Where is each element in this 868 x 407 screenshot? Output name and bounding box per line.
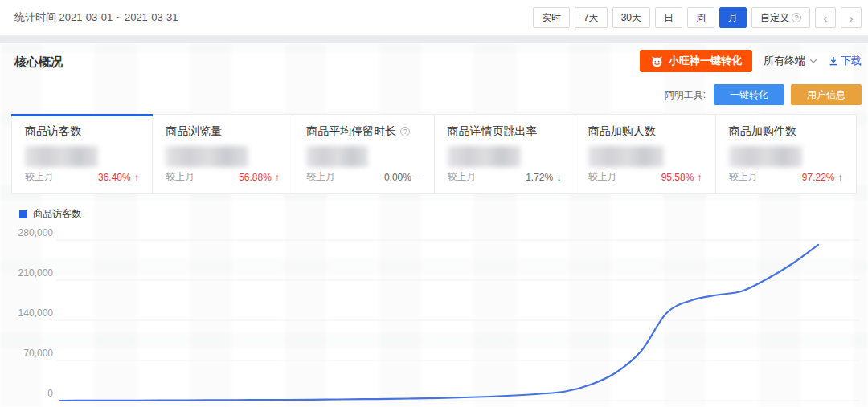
compare-row: 较上月36.40%↑ — [25, 170, 139, 184]
metric-value-redacted — [448, 146, 521, 167]
metric-value-redacted — [166, 146, 248, 167]
compare-label: 较上月 — [588, 170, 617, 184]
range-button-1[interactable]: 7天 — [575, 7, 608, 28]
metric-value-redacted — [25, 146, 98, 167]
metric-value-redacted — [588, 146, 664, 167]
download-link[interactable]: 下载 — [829, 54, 862, 68]
compare-row: 较上月56.88%↑ — [166, 170, 280, 184]
y-axis-tick: 70,000 — [0, 348, 53, 360]
metric-value-redacted — [306, 146, 368, 167]
range-button-6[interactable]: 自定义? — [751, 7, 810, 28]
metric-title: 商品详情页跳出率 — [448, 124, 562, 139]
range-button-2[interactable]: 30天 — [612, 7, 650, 28]
metric-title: 商品访客数 — [25, 124, 139, 139]
arrow-up-icon: ↑ — [838, 171, 844, 183]
metric-card-5[interactable]: 商品加购件数较上月97.22%↑ — [716, 115, 856, 193]
y-axis-tick: 0 — [0, 388, 53, 401]
metric-title: 商品加购件数 — [729, 124, 843, 139]
change-percent: 95.58%↑ — [661, 171, 702, 183]
mascot-icon — [650, 55, 664, 68]
change-percent: 56.88%↑ — [239, 171, 280, 183]
change-percent: 36.40%↑ — [98, 171, 139, 183]
compare-label: 较上月 — [306, 170, 335, 184]
y-axis-tick: 280,000 — [0, 227, 53, 240]
metric-title: 商品平均停留时长? — [306, 124, 420, 139]
arrow-up-icon: ↑ — [697, 171, 702, 183]
metric-card-1[interactable]: 商品浏览量较上月56.88%↑ — [153, 115, 293, 193]
compare-label: 较上月 — [25, 170, 54, 184]
chart-canvas — [0, 228, 868, 407]
change-percent: 1.72%↓ — [526, 171, 562, 183]
stat-time-label: 统计时间 2021-03-01 ~ 2021-03-31 — [14, 0, 178, 35]
legend-swatch — [19, 210, 27, 218]
flat-dash-icon: − — [415, 171, 421, 183]
compare-row: 较上月1.72%↓ — [448, 170, 562, 184]
help-icon: ? — [400, 127, 410, 136]
compare-row: 较上月95.58%↑ — [588, 170, 702, 184]
one-key-convert-button[interactable]: 一键转化 — [714, 84, 784, 105]
user-info-button[interactable]: 用户信息 — [791, 84, 862, 105]
metric-card-0[interactable]: 商品访客数较上月36.40%↑ — [12, 115, 153, 193]
y-axis-tick: 140,000 — [0, 307, 53, 320]
aming-tools-row: 阿明工具: 一键转化 用户信息 — [665, 84, 862, 105]
compare-label: 较上月 — [448, 170, 477, 184]
next-period-button[interactable]: › — [841, 7, 862, 28]
range-button-0[interactable]: 实时 — [533, 7, 570, 28]
range-button-4[interactable]: 周 — [687, 7, 714, 28]
arrow-down-icon: ↓ — [556, 171, 562, 183]
change-percent: 0.00%− — [384, 171, 421, 183]
compare-row: 较上月97.22%↑ — [729, 170, 843, 184]
metric-title: 商品加购人数 — [588, 124, 702, 139]
page-title: 核心概况 — [14, 55, 63, 70]
metric-card-3[interactable]: 商品详情页跳出率较上月1.72%↓ — [435, 115, 575, 193]
date-filter-bar: 统计时间 2021-03-01 ~ 2021-03-31 实时7天30天日周月自… — [0, 0, 868, 35]
range-button-3[interactable]: 日 — [655, 7, 682, 28]
metric-title: 商品浏览量 — [166, 124, 280, 139]
help-icon: ? — [792, 13, 801, 22]
change-percent: 97.22%↑ — [802, 171, 843, 183]
metric-card-4[interactable]: 商品加购人数较上月95.58%↑ — [575, 115, 716, 193]
compare-label: 较上月 — [166, 170, 194, 184]
compare-label: 较上月 — [729, 170, 758, 184]
prev-period-button[interactable]: ‹ — [815, 7, 836, 28]
core-overview-panel: 核心概况 小旺神一键转化 所有终端 — [0, 43, 868, 407]
range-button-5[interactable]: 月 — [719, 7, 747, 28]
dashboard-screen: 统计时间 2021-03-01 ~ 2021-03-31 实时7天30天日周月自… — [0, 0, 868, 407]
tools-label: 阿明工具: — [665, 88, 706, 102]
y-axis-tick: 210,000 — [0, 267, 53, 280]
metric-cards-row: 商品访客数较上月36.40%↑商品浏览量较上月56.88%↑商品平均停留时长?较… — [11, 114, 857, 194]
metric-value-redacted — [729, 146, 802, 167]
date-range-group: 实时7天30天日周月自定义? ‹ › — [533, 7, 862, 28]
download-icon — [829, 56, 838, 66]
panel-header-actions: 小旺神一键转化 所有终端 下载 — [640, 50, 862, 72]
chevron-down-icon — [809, 59, 817, 63]
compare-row: 较上月0.00%− — [306, 170, 420, 184]
arrow-up-icon: ↑ — [275, 171, 280, 183]
arrow-up-icon: ↑ — [134, 171, 140, 183]
metric-card-2[interactable]: 商品平均停留时长?较上月0.00%− — [293, 115, 434, 193]
wangshen-convert-button[interactable]: 小旺神一键转化 — [640, 50, 752, 72]
legend-label: 商品访客数 — [33, 207, 81, 221]
chart-legend[interactable]: 商品访客数 — [19, 207, 81, 221]
visitors-line-chart[interactable]: 070,000140,000210,000280,000 — [0, 228, 868, 407]
terminal-dropdown[interactable]: 所有终端 — [764, 54, 817, 68]
